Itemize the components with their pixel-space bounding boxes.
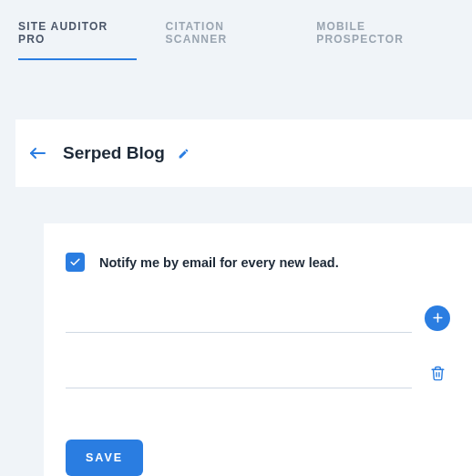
tabs-bar: SITE AUDITOR PRO CITATION SCANNER MOBILE… [0, 0, 472, 60]
tab-site-auditor-pro[interactable]: SITE AUDITOR PRO [18, 20, 137, 60]
email-input-2[interactable] [66, 358, 412, 388]
page-header: Serped Blog [15, 119, 472, 187]
trash-icon[interactable] [425, 361, 450, 387]
email-input-row-2 [66, 358, 450, 388]
notify-label: Notify me by email for every new lead. [99, 255, 339, 270]
tab-mobile-prospector[interactable]: MOBILE PROSPECTOR [316, 20, 454, 60]
email-input-row-1 [66, 303, 450, 333]
page-title: Serped Blog [63, 143, 190, 163]
notify-checkbox[interactable] [66, 253, 85, 272]
email-input-1[interactable] [66, 303, 412, 333]
notify-row: Notify me by email for every new lead. [66, 253, 450, 272]
back-arrow-icon[interactable] [28, 144, 46, 162]
add-icon[interactable] [425, 305, 450, 331]
edit-icon[interactable] [178, 148, 190, 160]
page-title-text: Serped Blog [63, 143, 165, 163]
tab-citation-scanner[interactable]: CITATION SCANNER [166, 20, 288, 60]
save-button[interactable]: SAVE [66, 440, 143, 476]
settings-panel: Notify me by email for every new lead. S… [44, 223, 472, 476]
